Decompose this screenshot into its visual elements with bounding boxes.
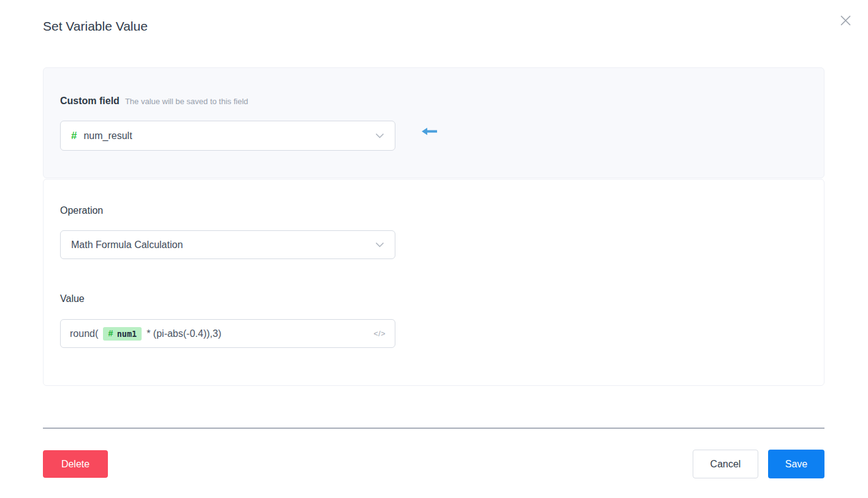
custom-field-hint: The value will be saved to this field [125, 97, 248, 106]
chevron-down-icon [375, 242, 384, 247]
custom-field-label: Custom field [60, 96, 120, 107]
formula-suffix: * (pi-abs(-0.4)),3) [147, 328, 221, 339]
formula-prefix: round( [70, 328, 98, 339]
operation-select-value: Math Formula Calculation [71, 240, 183, 251]
delete-button[interactable]: Delete [43, 450, 108, 478]
set-variable-value-modal: Set Variable Value Custom field The valu… [0, 0, 868, 498]
custom-field-select-value: num_result [83, 130, 132, 141]
page-title: Set Variable Value [43, 19, 148, 34]
cancel-button[interactable]: Cancel [693, 450, 758, 478]
variable-token-num1: # num1 [103, 327, 142, 341]
token-name: num1 [117, 329, 137, 339]
hash-icon: # [108, 329, 113, 339]
value-input[interactable]: round( # num1 * (pi-abs(-0.4)),3) </> [60, 319, 395, 348]
close-icon[interactable] [836, 11, 855, 29]
custom-field-card: Custom field The value will be saved to … [43, 67, 824, 178]
value-label: Value [60, 293, 85, 304]
arrow-left-icon [422, 127, 437, 136]
operation-value-card: Operation Math Formula Calculation Value… [43, 179, 824, 386]
operation-select[interactable]: Math Formula Calculation [60, 230, 395, 259]
custom-field-select[interactable]: # num_result [60, 121, 395, 151]
hash-icon: # [71, 130, 77, 142]
footer-divider [43, 428, 824, 429]
chevron-down-icon [375, 133, 384, 138]
code-icon[interactable]: </> [373, 330, 386, 338]
save-button[interactable]: Save [768, 450, 824, 478]
operation-label: Operation [60, 205, 103, 216]
